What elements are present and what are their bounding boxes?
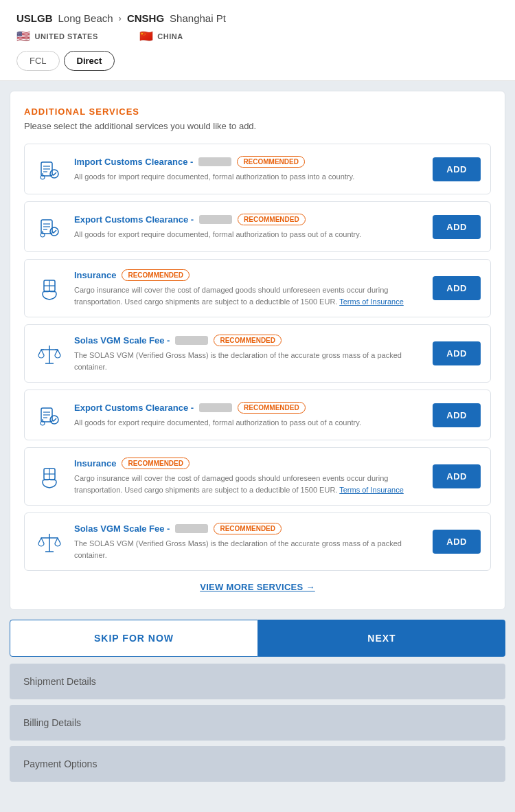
service-info-insurance-1: Insurance RECOMMENDED Cargo insurance wi…	[74, 269, 423, 307]
tab-direct[interactable]: Direct	[64, 51, 115, 71]
destination-name: Shanghai Pt	[170, 12, 226, 24]
service-desc-solas-vgm-2: The SOLAS VGM (Verified Gross Mass) is t…	[74, 538, 423, 561]
service-header-insurance-2: Insurance RECOMMENDED	[74, 458, 423, 469]
origin-code: USLGB	[16, 12, 53, 24]
service-card-export-customs-2: Export Customs Clearance - RECOMMENDED A…	[24, 390, 491, 440]
origin-flag-item: 🇺🇸 UNITED STATES	[16, 30, 98, 43]
service-card-insurance-2: Insurance RECOMMENDED Cargo insurance wi…	[24, 447, 491, 506]
add-button-export-customs-1[interactable]: ADD	[433, 215, 481, 239]
price-placeholder-1	[198, 157, 231, 166]
destination-flag-item: 🇨🇳 CHINA	[139, 30, 183, 43]
recommended-badge-5: RECOMMENDED	[238, 402, 306, 414]
recommended-badge-4: RECOMMENDED	[214, 335, 282, 346]
price-placeholder-3	[175, 336, 208, 345]
service-desc-import-customs-1: All goods for import require documented,…	[74, 171, 423, 183]
origin-flag-emoji: 🇺🇸	[16, 30, 31, 43]
recommended-badge-1: RECOMMENDED	[237, 156, 305, 168]
service-name-import-customs-1: Import Customs Clearance -	[74, 157, 193, 167]
service-name-insurance-1: Insurance	[74, 270, 116, 280]
customs-icon-3	[34, 400, 65, 430]
destination-country: CHINA	[157, 32, 183, 41]
terms-of-insurance-link-1[interactable]: Terms of Insurance	[339, 297, 404, 306]
price-placeholder-5	[175, 524, 208, 533]
service-name-insurance-2: Insurance	[74, 458, 116, 469]
service-info-export-customs-2: Export Customs Clearance - RECOMMENDED A…	[74, 402, 423, 429]
recommended-badge-2: RECOMMENDED	[238, 214, 306, 225]
tabs: FCL Direct	[16, 51, 499, 71]
add-button-solas-vgm-2[interactable]: ADD	[433, 530, 481, 554]
section-subtitle: Please select the additional services yo…	[24, 121, 491, 131]
service-name-solas-vgm-2: Solas VGM Scale Fee -	[74, 523, 170, 534]
destination-flag-emoji: 🇨🇳	[139, 30, 154, 43]
view-more-link[interactable]: VIEW MORE SERVICES →	[200, 582, 315, 592]
service-desc-export-customs-2: All goods for export require documented,…	[74, 417, 423, 429]
recommended-badge-3: RECOMMENDED	[122, 269, 190, 281]
service-card-solas-vgm-2: Solas VGM Scale Fee - RECOMMENDED The SO…	[24, 512, 491, 571]
service-header-insurance-1: Insurance RECOMMENDED	[74, 269, 423, 281]
scale-icon-2	[34, 527, 65, 557]
service-info-export-customs-1: Export Customs Clearance - RECOMMENDED A…	[74, 214, 423, 240]
view-more-services[interactable]: VIEW MORE SERVICES →	[24, 580, 491, 593]
service-header-solas-vgm-1: Solas VGM Scale Fee - RECOMMENDED	[74, 335, 423, 346]
service-info-import-customs-1: Import Customs Clearance - RECOMMENDED A…	[74, 156, 423, 183]
next-button[interactable]: NEXT	[258, 620, 505, 657]
skip-for-now-button[interactable]: SKIP FOR NOW	[10, 620, 258, 657]
service-info-solas-vgm-2: Solas VGM Scale Fee - RECOMMENDED The SO…	[74, 523, 423, 561]
service-header-export-customs-1: Export Customs Clearance - RECOMMENDED	[74, 214, 423, 225]
add-button-insurance-1[interactable]: ADD	[433, 276, 481, 300]
customs-icon-2	[34, 212, 65, 242]
service-desc-insurance-2: Cargo insurance will cover the cost of d…	[74, 473, 423, 495]
top-bar: USLGB Long Beach › CNSHG Shanghai Pt 🇺🇸 …	[0, 0, 515, 81]
route-arrow: ›	[119, 13, 122, 23]
price-placeholder-2	[199, 215, 232, 224]
origin-country: UNITED STATES	[35, 32, 98, 41]
tab-fcl[interactable]: FCL	[16, 51, 60, 71]
accordion-payment-options[interactable]: Payment Options	[10, 746, 505, 782]
accordion-shipment-details-label: Shipment Details	[23, 676, 96, 687]
service-desc-export-customs-1: All goods for export require documented,…	[74, 229, 423, 240]
service-header-export-customs-2: Export Customs Clearance - RECOMMENDED	[74, 402, 423, 414]
origin-name: Long Beach	[58, 12, 113, 24]
service-info-insurance-2: Insurance RECOMMENDED Cargo insurance wi…	[74, 458, 423, 495]
service-header-import-customs-1: Import Customs Clearance - RECOMMENDED	[74, 156, 423, 168]
flags: 🇺🇸 UNITED STATES 🇨🇳 CHINA	[16, 30, 499, 43]
recommended-badge-6: RECOMMENDED	[122, 458, 190, 469]
price-placeholder-4	[199, 403, 232, 412]
service-card-insurance-1: Insurance RECOMMENDED Cargo insurance wi…	[24, 259, 491, 317]
scale-icon-1	[34, 339, 65, 369]
service-header-solas-vgm-2: Solas VGM Scale Fee - RECOMMENDED	[74, 523, 423, 534]
service-name-solas-vgm-1: Solas VGM Scale Fee -	[74, 335, 170, 346]
service-desc-insurance-1: Cargo insurance will cover the cost of d…	[74, 284, 423, 307]
service-desc-solas-vgm-1: The SOLAS VGM (Verified Gross Mass) is t…	[74, 350, 423, 372]
bottom-actions: SKIP FOR NOW NEXT	[10, 620, 505, 657]
recommended-badge-7: RECOMMENDED	[214, 523, 282, 534]
service-card-solas-vgm-1: Solas VGM Scale Fee - RECOMMENDED The SO…	[24, 324, 491, 383]
service-name-export-customs-1: Export Customs Clearance -	[74, 214, 194, 225]
insurance-icon-2	[34, 462, 65, 492]
destination-code: CNSHG	[127, 12, 164, 24]
add-button-insurance-2[interactable]: ADD	[433, 464, 481, 488]
customs-icon-1	[34, 154, 65, 184]
add-button-import-customs-1[interactable]: ADD	[433, 157, 481, 181]
add-button-solas-vgm-1[interactable]: ADD	[433, 341, 481, 365]
terms-of-insurance-link-2[interactable]: Terms of Insurance	[339, 486, 404, 494]
additional-services-panel: ADDITIONAL SERVICES Please select the ad…	[10, 91, 505, 610]
service-card-import-customs-1: Import Customs Clearance - RECOMMENDED A…	[24, 144, 491, 194]
route: USLGB Long Beach › CNSHG Shanghai Pt	[16, 12, 499, 24]
service-info-solas-vgm-1: Solas VGM Scale Fee - RECOMMENDED The SO…	[74, 335, 423, 372]
accordion-billing-details[interactable]: Billing Details	[10, 705, 505, 741]
accordion-billing-details-label: Billing Details	[23, 717, 81, 728]
service-card-export-customs-1: Export Customs Clearance - RECOMMENDED A…	[24, 201, 491, 252]
accordion-payment-options-label: Payment Options	[23, 758, 97, 769]
add-button-export-customs-2[interactable]: ADD	[433, 403, 481, 427]
section-title: ADDITIONAL SERVICES	[24, 106, 491, 117]
accordion-shipment-details[interactable]: Shipment Details	[10, 664, 505, 699]
insurance-icon-1	[34, 273, 65, 304]
service-name-export-customs-2: Export Customs Clearance -	[74, 403, 194, 413]
